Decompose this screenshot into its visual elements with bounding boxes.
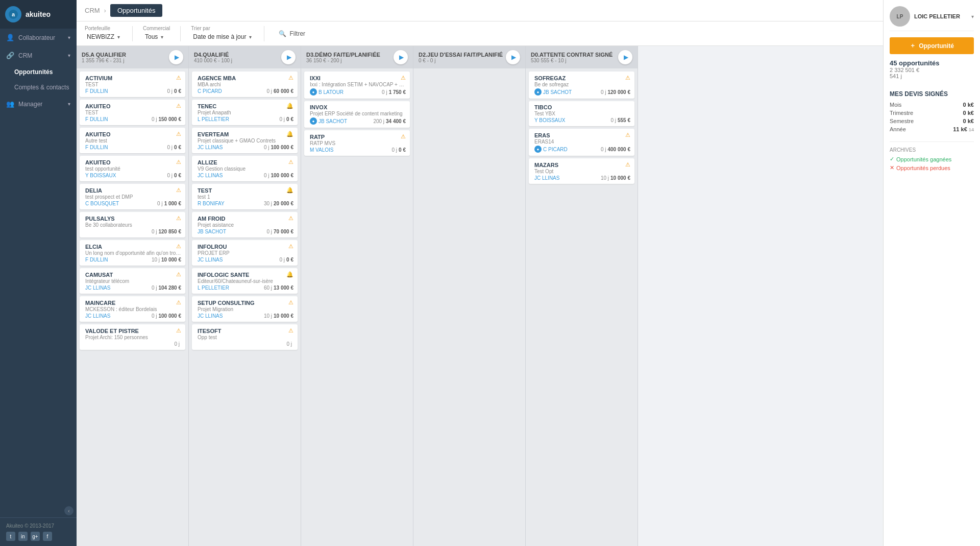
kanban-card[interactable]: AKUITEO ⚠ Autre test F DULLIN 0 j 0 € <box>80 128 185 153</box>
archive-links: ✓ Opportunités gagnées✕ Opportunités per… <box>890 156 974 171</box>
kanban-card[interactable]: INFOLROU ⚠ PROJET ERP JC LLINAS 0 j 0 € <box>192 240 298 266</box>
plus-icon: ＋ <box>910 41 916 50</box>
card-header: VALODE ET PISTRE ⚠ <box>85 327 181 334</box>
card-footer: Y BOISSAUX 0 j 0 € <box>85 173 181 178</box>
card-header: RATP ⚠ <box>310 133 406 140</box>
kanban-card[interactable]: INFOLOGIC SANTE 🔔 Editeur/60/Chateauneuf… <box>192 268 298 294</box>
collapse-button[interactable]: ‹ <box>64 506 74 515</box>
breadcrumb-opportunites[interactable]: Opportunités <box>110 4 162 17</box>
kanban-card[interactable]: EVERTEAM 🔔 Projet classique + GMAO Contr… <box>192 128 298 153</box>
kanban-card[interactable]: AM FROID ⚠ Projet asistance JB SACHOT 0 … <box>192 212 298 238</box>
card-header: CAMUSAT ⚠ <box>85 271 181 278</box>
card-footer: JB SACHOT 0 j 70 000 € <box>198 229 293 234</box>
portefeuille-select[interactable]: NEWBIZZ ▾ <box>85 32 122 41</box>
kanban-card[interactable]: DELIA ⚠ test prospect et DMP C BOUSQUET … <box>80 184 185 209</box>
app-logo[interactable]: a akuiteo <box>0 0 77 29</box>
chevron-icon-crm: ▾ <box>68 53 70 58</box>
card-company: TEST <box>198 187 212 194</box>
card-header: INVOX <box>310 104 406 110</box>
card-header: TENEC 🔔 <box>198 103 293 109</box>
card-amount-block: 60 j 13 000 € <box>264 285 293 291</box>
right-panel: LP LOIC PELLETIER ▾ ＋ Opportunité 45 opp… <box>883 0 980 546</box>
card-days: 0 j <box>264 173 270 178</box>
card-description: MCKESSON : éditeur Bordelais <box>85 306 181 312</box>
social-icons: t in g+ f <box>6 532 70 541</box>
card-amount-block: 0 j 100 000 € <box>152 313 181 319</box>
kanban-card[interactable]: AKUITEO ⚠ TEST F DULLIN 0 j 150 000 € <box>80 100 185 125</box>
warning-icon: ⚠ <box>288 299 293 306</box>
sidebar-item-manager[interactable]: 👥 Manager ▾ <box>0 95 77 113</box>
card-person: JC LLINAS <box>534 175 559 181</box>
add-opportunity-button[interactable]: ＋ Opportunité <box>890 37 974 54</box>
kanban-card[interactable]: RATP ⚠ RATP MVS M VALOIS 0 j 0 € <box>304 130 410 156</box>
kanban-card[interactable]: ERAS ⚠ ERAS14 ●C PICARD 0 j 400 000 € <box>529 129 634 156</box>
kanban-card[interactable]: TEST 🔔 test 1 R BONIFAY 30 j 20 000 € <box>192 184 298 209</box>
kanban-card[interactable]: AGENCE MBA ⚠ MBA archi C PICARD 0 j 60 0… <box>192 72 298 97</box>
kanban-card[interactable]: INVOX Projet ERP Société de content mark… <box>304 101 410 128</box>
sidebar-item-crm[interactable]: 🔗 CRM ▾ <box>0 46 77 64</box>
kanban-card[interactable]: TIBCO Test YBX Y BOISSAUX 0 j 555 € <box>529 101 634 126</box>
gplus-icon[interactable]: g+ <box>31 532 40 541</box>
archive-link[interactable]: ✓ Opportunités gagnées <box>890 156 974 162</box>
twitter-icon[interactable]: t <box>6 532 15 541</box>
add-button-label: Opportunité <box>919 42 954 50</box>
sidebar-nav: 👤 Collaborateur ▾ 🔗 CRM ▾ Opportunités C… <box>0 29 77 504</box>
sidebar-item-comptes[interactable]: Comptes & contacts <box>0 80 77 95</box>
card-company: TENEC <box>198 103 216 109</box>
card-description: Projet Anapath <box>198 110 293 115</box>
sidebar-item-opportunites[interactable]: Opportunités <box>0 64 77 80</box>
warning-icon: ⚠ <box>288 243 293 250</box>
card-icons: 🔔 <box>286 131 293 137</box>
trier-select[interactable]: Date de mise à jour ▾ <box>191 32 254 41</box>
card-footer: L PELLETIER 60 j 13 000 € <box>198 285 293 291</box>
filtrer-button[interactable]: 🔍 Filtrer <box>275 28 309 39</box>
breadcrumb-separator: › <box>104 7 106 14</box>
kanban-card[interactable]: MAZARS ⚠ Test Opt JC LLINAS 10 j 10 000 … <box>529 158 634 184</box>
portefeuille-value: NEWBIZZ <box>87 33 114 40</box>
kanban-card[interactable]: ALLIZE ⚠ V9 Gestion classique JC LLINAS … <box>192 156 298 181</box>
col-play-button[interactable]: ▶ <box>281 50 296 64</box>
warning-icon: ⚠ <box>176 327 181 334</box>
card-footer: ●B LATOUR 0 j 1 750 € <box>310 88 406 96</box>
col-play-button[interactable]: ▶ <box>618 50 632 64</box>
linkedin-icon[interactable]: in <box>18 532 28 541</box>
col-play-button[interactable]: ▶ <box>394 50 408 64</box>
sidebar-item-collaborateur[interactable]: 👤 Collaborateur ▾ <box>0 29 77 46</box>
kanban-card[interactable]: AKUITEO ⚠ test opportunité Y BOISSAUX 0 … <box>80 156 185 181</box>
archive-icon: ✓ <box>890 156 894 162</box>
kanban-card[interactable]: SOFREGAZ ⚠ Be de sofregaz ●JB SACHOT 0 j… <box>529 72 634 99</box>
kanban-card[interactable]: ITESOFT ⚠ Opp test 0 j <box>192 324 298 350</box>
card-header: INFOLOGIC SANTE 🔔 <box>198 271 293 278</box>
card-icons: ⚠ <box>288 159 293 165</box>
user-dropdown-icon[interactable]: ▾ <box>971 14 974 19</box>
kanban-card[interactable]: PULSALYS ⚠ Be 30 collaborateurs 0 j 120 … <box>80 212 185 238</box>
kanban-card[interactable]: IXXI ⚠ Ixxi : Intégration SETIM + NAVOCA… <box>304 72 410 99</box>
commercial-select[interactable]: Tous ▾ <box>143 32 170 41</box>
kanban-card[interactable]: ACTIVIUM ⚠ TEST F DULLIN 0 j 0 € <box>80 72 185 97</box>
filter-divider-3 <box>264 26 264 41</box>
card-company: VALODE ET PISTRE <box>85 328 139 334</box>
facebook-icon[interactable]: f <box>43 532 52 541</box>
kanban-card[interactable]: SETUP consulting ⚠ Projet Migration JC L… <box>192 296 298 322</box>
person-dot: ● <box>534 88 542 96</box>
card-amount: 150 000 € <box>159 116 182 122</box>
card-header: INFOLROU ⚠ <box>198 243 293 250</box>
warning-icon: ⚠ <box>401 133 406 140</box>
card-days: 0 j <box>167 88 173 94</box>
card-amount-block: 0 j 1 750 € <box>382 89 406 95</box>
archive-link[interactable]: ✕ Opportunités perdues <box>890 164 974 171</box>
kanban-card[interactable]: TENEC 🔔 Projet Anapath L PELLETIER 0 j 0… <box>192 100 298 125</box>
card-person: ●JB SACHOT <box>310 117 347 125</box>
col-title-block: D0.ATTENTE CONTRAT SIGNÉ 530 555 € - 10 … <box>531 52 618 63</box>
breadcrumb-crm[interactable]: CRM <box>85 7 100 14</box>
kanban-card[interactable]: ELCIA ⚠ Un long nom d'opportunité afin q… <box>80 240 185 266</box>
col-play-button[interactable]: ▶ <box>169 50 183 64</box>
filter-portefeuille: Portefeuille NEWBIZZ ▾ <box>85 26 122 41</box>
kanban-card[interactable]: MAINCARE ⚠ MCKESSON : éditeur Bordelais … <box>80 296 185 322</box>
kanban-card[interactable]: CAMUSAT ⚠ Intégrateur télécom JC LLINAS … <box>80 268 185 294</box>
warning-icon: ⚠ <box>176 159 181 165</box>
card-amount: 0 € <box>399 147 406 153</box>
col-play-button[interactable]: ▶ <box>506 50 520 64</box>
kanban-card[interactable]: VALODE ET PISTRE ⚠ Projet Archi: 150 per… <box>80 324 185 350</box>
card-person: ●JB SACHOT <box>534 88 572 96</box>
